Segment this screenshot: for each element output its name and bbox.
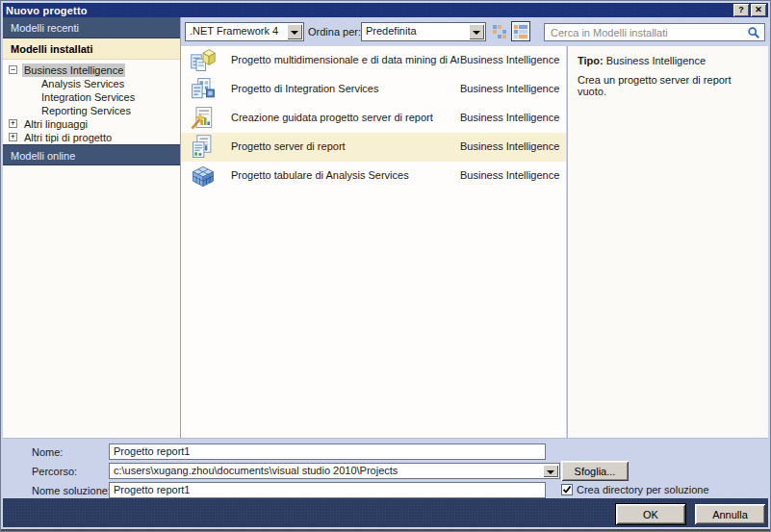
template-row-multidimensional[interactable]: Progetto multidimensionale e di data min… <box>181 46 566 75</box>
location-label: Percorso: <box>32 466 77 477</box>
template-category: Business Intelligence <box>460 54 559 65</box>
checkbox-checked-icon[interactable] <box>561 484 573 495</box>
template-name: Creazione guidata progetto server di rep… <box>231 112 459 123</box>
analysis-multidimensional-icon <box>190 47 217 74</box>
browse-button[interactable]: Sfoglia... <box>561 461 629 481</box>
type-value: Business Intelligence <box>606 55 706 66</box>
chevron-down-icon[interactable] <box>469 24 484 39</box>
template-row-integration-services[interactable]: Progetto di Integration Services Busines… <box>181 75 566 104</box>
template-row-tabular[interactable]: Progetto tabulare di Analysis Services B… <box>181 162 566 190</box>
tree-item-analysis-services[interactable]: Analysis Services <box>3 77 180 90</box>
search-icon[interactable] <box>747 26 760 41</box>
type-label: Tipo: <box>578 55 604 66</box>
sidebar-item-online-templates[interactable]: Modelli online <box>3 144 180 165</box>
search-input[interactable]: Cerca in Modelli installati <box>544 23 765 41</box>
list-view-icon <box>514 25 527 38</box>
cancel-button[interactable]: Annulla <box>695 504 765 524</box>
solution-name-input[interactable]: Progetto report1 <box>109 482 546 498</box>
sort-dropdown[interactable]: Predefinita <box>361 22 486 41</box>
template-name: Progetto di Integration Services <box>231 83 459 94</box>
search-placeholder: Cerca in Modelli installati <box>551 27 668 38</box>
titlebar-buttons: ? ✕ <box>733 4 768 16</box>
project-name-input[interactable]: Progetto report1 <box>109 443 546 460</box>
grid-view-icon <box>493 25 506 38</box>
template-category: Business Intelligence <box>460 140 559 152</box>
sidebar-item-recent-templates[interactable]: Modelli recenti <box>3 17 180 38</box>
create-directory-label: Crea directory per soluzione <box>577 484 709 495</box>
solution-name-label: Nome soluzione: <box>32 485 111 496</box>
integration-services-icon <box>190 76 217 103</box>
tree-item-other-project-types[interactable]: + Altri tipi di progetto <box>3 131 180 144</box>
collapse-icon[interactable]: − <box>9 65 17 74</box>
template-name: Progetto server di report <box>231 140 459 152</box>
template-description: Crea un progetto server di report vuoto. <box>578 74 758 97</box>
tree-item-reporting-services[interactable]: Reporting Services <box>3 104 180 117</box>
framework-dropdown[interactable]: .NET Framework 4 <box>185 22 304 41</box>
tree-item-business-intelligence[interactable]: − Business Intelligence <box>3 63 180 77</box>
template-category: Business Intelligence <box>460 169 559 181</box>
close-button[interactable]: ✕ <box>751 4 766 16</box>
expand-icon[interactable]: + <box>9 119 17 128</box>
chevron-down-icon[interactable] <box>543 465 558 477</box>
tabular-analysis-icon <box>190 163 217 190</box>
footer-bar: OK Annulla <box>3 498 768 527</box>
tree-item-other-languages[interactable]: + Altri linguaggi <box>3 117 180 131</box>
report-server-icon <box>190 134 217 161</box>
sort-by-label: Ordina per: <box>308 26 361 38</box>
expand-icon[interactable]: + <box>9 133 17 141</box>
location-combo[interactable]: c:\users\xugang.zhou\documents\visual st… <box>109 463 560 479</box>
ok-button[interactable]: OK <box>616 504 685 524</box>
sidebar-item-installed-templates[interactable]: Modelli installati <box>3 38 180 60</box>
name-label: Nome: <box>32 446 63 458</box>
template-category: Business Intelligence <box>460 112 559 123</box>
template-category: Business Intelligence <box>460 83 559 94</box>
new-project-dialog: Nuovo progetto ? ✕ Modelli recenti Model… <box>0 0 771 532</box>
template-name: Progetto tabulare di Analysis Services <box>231 169 459 181</box>
report-wizard-icon <box>190 105 217 132</box>
template-row-report-server-selected[interactable]: Progetto server di report Business Intel… <box>181 133 566 162</box>
medium-icons-view-button[interactable] <box>490 21 509 41</box>
help-button[interactable]: ? <box>733 4 749 16</box>
sidebar: Modelli recenti Modelli installati − Bus… <box>3 17 181 438</box>
toolbar: .NET Framework 4 Ordina per: Predefinita… <box>181 17 768 46</box>
description-panel: Tipo: Business Intelligence Crea un prog… <box>567 46 768 438</box>
template-name: Progetto multidimensionale e di data min… <box>231 54 459 65</box>
template-row-report-wizard[interactable]: Creazione guidata progetto server di rep… <box>181 104 566 133</box>
list-view-button[interactable] <box>511 21 530 41</box>
tree-item-integration-services[interactable]: Integration Services <box>3 90 180 104</box>
create-directory-option[interactable]: Crea directory per soluzione <box>561 484 709 495</box>
project-form: Nome: Progetto report1 Percorso: c:\user… <box>3 438 768 498</box>
template-list: Progetto multidimensionale e di data min… <box>181 46 566 438</box>
category-tree: − Business Intelligence Analysis Service… <box>3 60 180 144</box>
chevron-down-icon[interactable] <box>287 24 302 39</box>
window-title: Nuovo progetto <box>3 5 88 16</box>
titlebar: Nuovo progetto ? ✕ <box>3 3 768 17</box>
